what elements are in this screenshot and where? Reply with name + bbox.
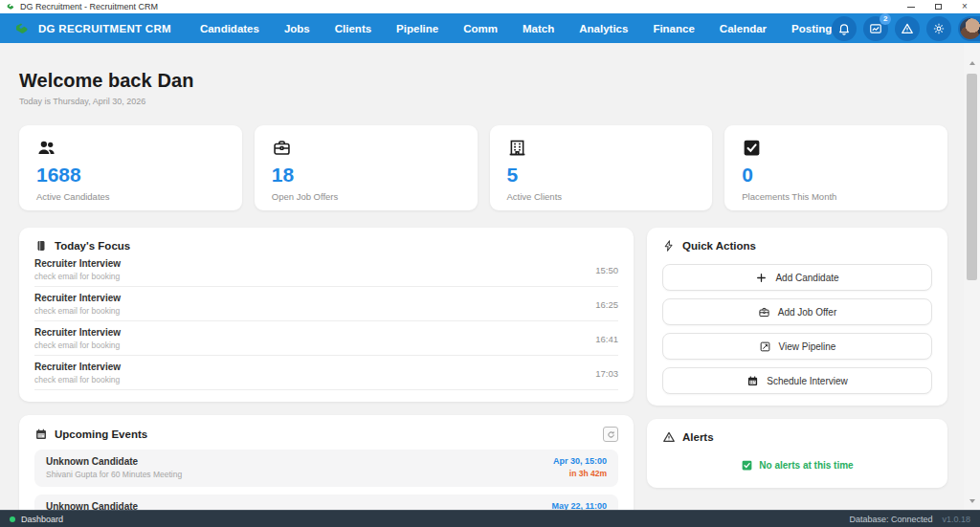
stat-value: 1688 xyxy=(36,164,225,187)
brand: DG RECRUITMENT CRM xyxy=(13,20,171,37)
handshake-logo-icon xyxy=(13,20,31,37)
stat-card-open-job-offers[interactable]: 18 Open Job Offers xyxy=(255,125,478,210)
nav-item-candidates[interactable]: Candidates xyxy=(200,23,259,34)
focus-title: Recruiter Interview xyxy=(34,258,121,269)
panel-title: Quick Actions xyxy=(682,240,756,252)
event-date: Apr 30, 15:00 xyxy=(553,456,607,466)
focus-subtitle: check email for booking xyxy=(34,306,121,316)
nav-item-jobs[interactable]: Jobs xyxy=(284,23,310,34)
vertical-scrollbar[interactable] xyxy=(964,43,980,510)
scrollbar-thumb[interactable] xyxy=(967,74,977,280)
focus-item[interactable]: Recruiter Interview check email for book… xyxy=(34,356,618,390)
event-countdown: in 3h 42m xyxy=(553,469,607,478)
button-label: Schedule Interview xyxy=(767,376,848,386)
green-check-icon xyxy=(741,459,753,472)
dashboard-content: Welcome backDan Today is Thursday, April… xyxy=(0,43,980,510)
scroll-down-arrow[interactable] xyxy=(964,494,980,508)
add-job-offer-button[interactable]: Add Job Offer xyxy=(662,298,932,325)
statusbar: Dashboard Database: Connected v1.0.18 xyxy=(0,510,980,527)
warning-icon xyxy=(901,22,914,35)
panel-title: Today's Focus xyxy=(55,240,130,252)
focus-subtitle: check email for booking xyxy=(34,272,121,281)
messages-badge: 2 xyxy=(880,13,891,25)
calendar-icon xyxy=(746,375,759,387)
inbox-chart-icon xyxy=(869,22,882,35)
minimize-button[interactable] xyxy=(905,1,917,12)
plus-icon xyxy=(755,272,768,284)
nav-item-clients[interactable]: Clients xyxy=(335,23,371,34)
warnings-button[interactable] xyxy=(895,16,920,41)
nav-item-pipeline[interactable]: Pipeline xyxy=(396,23,438,34)
notebook-icon xyxy=(34,239,48,253)
user-menu[interactable]: Dan xyxy=(958,16,980,41)
focus-subtitle: check email for booking xyxy=(34,375,121,384)
event-date: May 22, 11:00 xyxy=(551,501,607,510)
focus-time: 16:25 xyxy=(595,299,618,310)
focus-title: Recruiter Interview xyxy=(34,293,121,303)
nav-item-comm[interactable]: Comm xyxy=(463,23,498,34)
bell-icon xyxy=(837,22,851,35)
nav-item-finance[interactable]: Finance xyxy=(653,23,694,34)
right-column: Quick Actions Add Candidate Add Job Offe… xyxy=(647,228,947,510)
quick-actions-panel: Quick Actions Add Candidate Add Job Offe… xyxy=(647,228,947,406)
stat-label: Active Candidates xyxy=(36,191,225,202)
scroll-up-arrow[interactable] xyxy=(964,56,980,70)
event-row[interactable]: Unknown Candidate Index lumina și gaz Ma… xyxy=(34,494,618,510)
stat-label: Open Job Offers xyxy=(272,191,460,202)
focus-item[interactable]: Recruiter Interview check email for book… xyxy=(34,321,618,356)
stat-label: Active Clients xyxy=(507,191,696,202)
warning-icon xyxy=(662,430,676,444)
event-row[interactable]: Unknown Candidate Shivani Gupta for 60 M… xyxy=(34,450,618,487)
panel-title: Alerts xyxy=(682,431,714,443)
building-icon xyxy=(507,138,527,158)
notifications-button[interactable] xyxy=(832,16,857,41)
view-pipeline-button[interactable]: View Pipeline xyxy=(662,333,932,360)
nav-item-match[interactable]: Match xyxy=(523,23,554,34)
avatar xyxy=(960,18,980,39)
button-label: View Pipeline xyxy=(779,341,836,352)
button-label: Add Job Offer xyxy=(778,307,837,318)
add-candidate-button[interactable]: Add Candidate xyxy=(662,264,932,291)
nav-item-analytics[interactable]: Analytics xyxy=(579,23,628,34)
database-status: Database: Connected xyxy=(849,515,932,524)
statusbar-page: Dashboard xyxy=(21,515,63,524)
briefcase-icon xyxy=(272,138,292,158)
nav-item-calendar[interactable]: Calendar xyxy=(720,23,767,34)
page-title: Welcome backDan xyxy=(19,70,947,92)
refresh-icon xyxy=(607,430,615,439)
settings-button[interactable] xyxy=(926,16,951,41)
schedule-interview-button[interactable]: Schedule Interview xyxy=(662,367,932,394)
stat-value: 0 xyxy=(742,164,930,187)
welcome-username: Dan xyxy=(158,70,194,91)
stat-card-placements[interactable]: 0 Placements This Month xyxy=(724,125,947,210)
close-button[interactable]: × xyxy=(959,1,970,12)
check-square-icon xyxy=(742,138,762,158)
focus-item[interactable]: Recruiter Interview check email for book… xyxy=(34,287,618,321)
app-icon xyxy=(6,2,15,11)
pipeline-icon xyxy=(759,340,771,353)
stat-card-active-clients[interactable]: 5 Active Clients xyxy=(490,125,713,210)
event-title: Unknown Candidate xyxy=(46,501,138,510)
focus-item[interactable]: Recruiter Interview check email for book… xyxy=(34,253,618,287)
upcoming-events-panel: Upcoming Events Unknown Candidate Shivan… xyxy=(19,415,634,510)
button-label: Add Candidate xyxy=(775,273,838,283)
nav-menu: Candidates Jobs Clients Pipeline Comm Ma… xyxy=(171,23,832,34)
messages-button[interactable]: 2 xyxy=(863,16,888,41)
alerts-panel: Alerts No alerts at this time xyxy=(647,419,947,488)
focus-time: 16:41 xyxy=(595,334,618,344)
titlebar: DG Recruitment - Recruitment CRM × xyxy=(0,0,980,13)
stat-card-active-candidates[interactable]: 1688 Active Candidates xyxy=(19,125,242,210)
lightning-icon xyxy=(662,239,676,253)
refresh-events-button[interactable] xyxy=(603,427,618,442)
app-window: DG Recruitment - Recruitment CRM × DG RE… xyxy=(0,0,980,527)
briefcase-icon xyxy=(758,306,770,318)
todays-focus-panel: Today's Focus Recruiter Interview check … xyxy=(19,228,634,402)
event-title: Unknown Candidate xyxy=(46,456,182,467)
maximize-button[interactable] xyxy=(932,1,944,12)
people-icon xyxy=(36,138,56,158)
panel-title: Upcoming Events xyxy=(55,428,147,440)
focus-title: Recruiter Interview xyxy=(34,362,121,372)
window-title: DG Recruitment - Recruitment CRM xyxy=(20,2,905,11)
nav-item-posting[interactable]: Posting xyxy=(791,23,832,34)
stat-value: 18 xyxy=(272,164,460,187)
